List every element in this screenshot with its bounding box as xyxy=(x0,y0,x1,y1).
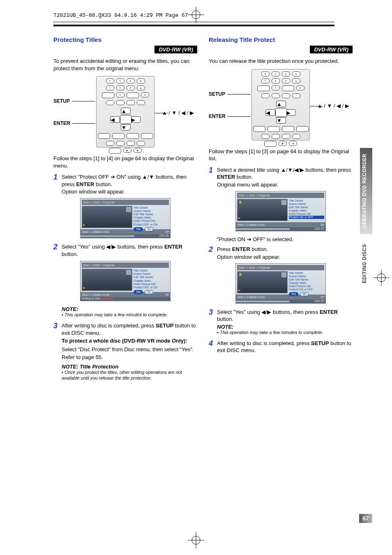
label-enter: ENTER xyxy=(53,120,70,126)
osd-yes: Yes xyxy=(134,227,143,231)
step-1: 1 Select "Protect OFF ➔ ON" using ▲/▼ bu… xyxy=(53,173,197,188)
step-number: 3 xyxy=(53,322,59,329)
arrow-left-right-icon: ◀/▶ xyxy=(261,309,271,315)
step-1-sub: Original menu will appear. xyxy=(217,182,353,188)
whole-disc-ref: Refer to page 55. xyxy=(62,354,197,360)
whole-disc-body: Select "Disc Protect" from Disc menu, th… xyxy=(62,346,197,352)
column-releasing: Releasing Title Protect DVD-RW (VR) You … xyxy=(209,34,353,385)
rule-thin xyxy=(53,22,334,22)
rule-thick xyxy=(53,25,334,26)
osd-screenshot: Disc > Edit > Original 🔒▶ Title Delete S… xyxy=(235,263,326,304)
middle-line: "Protect ON ➔ OFF" is selected. xyxy=(217,236,353,242)
manual-page: T2021UB_45-88.QX33 04.9.16 4:29 PM Page … xyxy=(0,0,392,555)
label-setup: SETUP xyxy=(53,98,70,104)
note-heading: NOTE: xyxy=(217,324,353,330)
lock-icon: 🔒 xyxy=(238,200,242,204)
step-1: 1 Select a desired title using ▲/▼/◀/▶ b… xyxy=(209,166,353,181)
step-2: 2 Select "Yes" using ◀/▶ buttons, then p… xyxy=(53,243,197,258)
step-2-sub: Option window will appear. xyxy=(217,254,353,260)
step-3: 3 After writing to disc is completed, pr… xyxy=(53,322,197,336)
follow-steps-text: Follow the steps [1] to [4] on page 64 t… xyxy=(53,155,197,169)
intro-text: To prevent accidental editing or erasing… xyxy=(53,58,197,72)
intro-text: You can release the title protection onc… xyxy=(209,58,353,65)
arrow-right-icon: ➔ xyxy=(111,174,115,180)
crop-mark-icon xyxy=(373,269,390,286)
crop-mark-icon xyxy=(188,532,204,548)
osd-no: No xyxy=(145,227,153,231)
page-number: 67 xyxy=(359,514,372,523)
note-body: • Once you protect the titles, other edi… xyxy=(62,370,197,381)
arrow-left-right-icon: ◀/▶ xyxy=(106,244,116,250)
print-header: T2021UB_45-88.QX33 04.9.16 4:29 PM Page … xyxy=(53,12,334,18)
play-icon: ▶ xyxy=(238,216,241,220)
arrow-up-down-icon: ▲/▼ xyxy=(142,174,154,180)
play-icon: ▶ xyxy=(83,286,85,290)
note-heading: NOTE: Title Protection xyxy=(62,364,197,370)
remote-illustration: SETUP ENTER ▲ / ▼ / ◀ / ▶ 456▼ 789▲ 0▼ ▲… xyxy=(53,76,197,150)
step-4: 4 After writing to disc is completed, pr… xyxy=(209,340,353,354)
play-icon: ▶ xyxy=(83,223,85,227)
heading-releasing: Releasing Title Protect xyxy=(209,36,353,43)
disc-type-badge: DVD-RW (VR) xyxy=(154,46,197,53)
remote-illustration: SETUP ENTER ▲ / ▼ / ◀ / ▶ 456▼ 789▲ 0▼ ▲… xyxy=(209,69,353,143)
note-heading: NOTE: xyxy=(62,306,197,312)
step-number: 1 xyxy=(209,166,214,174)
step-number: 2 xyxy=(209,246,214,253)
osd-screenshot: Disc > Edit > Original ▶ Title Delete Sc… xyxy=(80,261,171,301)
note-body: • This operation may take a few minutes … xyxy=(217,330,353,336)
label-setup: SETUP xyxy=(209,91,225,97)
lock-icon: 🔒 xyxy=(238,272,242,276)
osd-screenshot: Disc > Edit > Original 🔒▶ Title Delete S… xyxy=(235,191,326,231)
svg-point-8 xyxy=(377,274,385,282)
whole-disc-heading: To protect a whole disc (DVD-RW VR mode … xyxy=(62,337,197,345)
side-tab-editing: EDITING DISCS xyxy=(360,238,372,289)
play-icon: ▶ xyxy=(238,288,241,292)
step-number: 4 xyxy=(209,340,214,347)
osd-menu-list: Title Delete Scene Delete Edit Title Nam… xyxy=(134,206,169,228)
heading-protecting: Protecting Titles xyxy=(53,36,197,43)
step-1-sub: Option window will appear. xyxy=(62,189,197,195)
label-enter: ENTER xyxy=(209,113,226,119)
note-body: • This operation may take a few minutes … xyxy=(62,312,197,318)
step-2: 2 Press ENTER button. xyxy=(209,246,353,253)
step-3: 3 Select "Yes" using ◀/▶ buttons, then p… xyxy=(209,309,353,323)
osd-breadcrumb: Disc > Edit > Original xyxy=(82,200,169,205)
arrow-all-icon: ▲/▼/◀/▶ xyxy=(281,167,304,173)
step-number: 2 xyxy=(53,243,59,251)
step-number: 3 xyxy=(209,309,214,316)
side-tabs: OPERATING DVD RECORDER EDITING DISCS xyxy=(360,148,372,293)
svg-point-5 xyxy=(192,536,200,544)
follow-steps-text: Follow the steps [1] to [3] on page 64 t… xyxy=(209,148,353,162)
osd-screenshot: Disc > Edit > Original ▶ Title Delete Sc… xyxy=(80,198,171,238)
column-protecting: Protecting Titles DVD-RW (VR) To prevent… xyxy=(53,34,197,385)
step-number: 1 xyxy=(53,173,59,181)
disc-type-badge: DVD-RW (VR) xyxy=(310,46,353,53)
side-tab-operating: OPERATING DVD RECORDER xyxy=(360,148,372,234)
